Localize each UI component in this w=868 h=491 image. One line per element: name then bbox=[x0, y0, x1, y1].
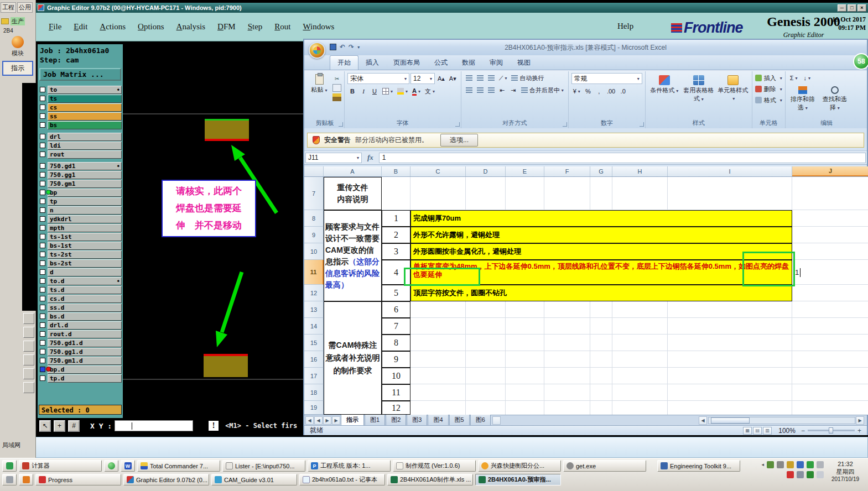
formula-input[interactable]: 1 bbox=[379, 153, 866, 163]
layer-checkbox[interactable] bbox=[40, 225, 45, 231]
menu-dfm[interactable]: DFM bbox=[211, 22, 242, 32]
underline-button[interactable]: U bbox=[370, 86, 380, 96]
layer-button-bp.d[interactable]: bp.d bbox=[48, 365, 122, 374]
layer-button-n[interactable]: n bbox=[48, 206, 122, 215]
horizontal-scrollbar[interactable]: ◀ ▶ bbox=[699, 416, 865, 425]
row-header-12[interactable]: 12 bbox=[304, 285, 324, 301]
ribbon-tab-视图[interactable]: 视图 bbox=[510, 56, 538, 70]
taskbar-button-star[interactable]: 兴森快捷衡阳分公... bbox=[478, 460, 561, 472]
layer-checkbox[interactable] bbox=[40, 172, 45, 177]
layer-button-750.gm1.d[interactable]: 750.gm1.d bbox=[48, 357, 122, 365]
redo-icon[interactable]: ↷ bbox=[349, 43, 354, 51]
layer-button-750.gg1[interactable]: 750.gg1 bbox=[48, 171, 122, 179]
taskbar-button-green-app[interactable] bbox=[2, 460, 17, 472]
dock-tab-common[interactable]: 公用 bbox=[17, 2, 33, 13]
tray-expand-icon[interactable]: ◂ bbox=[761, 461, 764, 468]
decrease-decimal-icon[interactable]: .0 bbox=[618, 86, 628, 96]
layer-button-ts.d[interactable]: ts.d bbox=[48, 286, 122, 294]
taskbar-button-progress[interactable]: Progress bbox=[35, 474, 121, 485]
ribbon-tab-页面布局[interactable]: 页面布局 bbox=[386, 56, 427, 70]
select-all-corner[interactable] bbox=[304, 166, 324, 176]
column-header-H[interactable]: H bbox=[612, 166, 668, 176]
orientation-icon[interactable]: ⟋▾ bbox=[497, 73, 509, 83]
taskbar-button-gear[interactable]: get.exe bbox=[563, 460, 646, 472]
paste-button[interactable]: 粘贴▾ bbox=[308, 73, 330, 101]
layer-button-cs.d[interactable]: cs.d bbox=[48, 295, 122, 303]
layer-checkbox[interactable] bbox=[40, 305, 45, 310]
layer-button-ydkdrl[interactable]: ydkdrl bbox=[48, 215, 122, 223]
increase-decimal-icon[interactable]: .00 bbox=[605, 86, 617, 96]
layer-button-ldi[interactable]: ldi bbox=[48, 142, 122, 150]
layer-checkbox[interactable] bbox=[40, 260, 45, 266]
next-sheet-icon[interactable]: ▶ bbox=[323, 416, 331, 425]
row-header-7[interactable]: 7 bbox=[304, 177, 324, 210]
layer-checkbox[interactable] bbox=[40, 278, 45, 284]
scroll-left-icon[interactable]: ◀ bbox=[699, 416, 707, 425]
layer-button-bs-2st[interactable]: bs-2st bbox=[48, 259, 122, 268]
taskbar-button-total-commander[interactable]: Total Commander 7... bbox=[137, 460, 220, 472]
layer-button-drl.d[interactable]: drl.d bbox=[48, 321, 122, 330]
taskbar-button-cam-guide[interactable]: CAM_Guide v3.01 bbox=[211, 474, 297, 485]
office-button[interactable] bbox=[309, 42, 325, 59]
sheet-tab-图6[interactable]: 图6 bbox=[470, 415, 491, 426]
sheet-tab-指示[interactable]: 指示 bbox=[341, 415, 364, 426]
layer-button-tp[interactable]: tp bbox=[48, 197, 122, 206]
column-header-I[interactable]: I bbox=[668, 166, 792, 176]
ge-titlebar[interactable]: Graphic Editor 9.07b2 (00@HY-HYCAM-PC171… bbox=[36, 3, 868, 13]
insert-cells-button[interactable]: 插入▾ bbox=[755, 73, 782, 83]
layer-button-ss.d[interactable]: ss.d bbox=[48, 304, 122, 312]
row-header-15[interactable]: 15 bbox=[304, 335, 324, 351]
menu-analysis[interactable]: Analysis bbox=[170, 22, 212, 32]
tray-icon[interactable] bbox=[787, 471, 794, 478]
taskbar-button-word[interactable]: W bbox=[121, 460, 135, 472]
italic-button[interactable]: I bbox=[358, 86, 368, 96]
layer-checkbox[interactable] bbox=[40, 113, 45, 119]
layer-checkbox[interactable] bbox=[40, 190, 45, 195]
sheet-tab-图2[interactable]: 图2 bbox=[386, 415, 406, 426]
minimize-button[interactable]: ─ bbox=[838, 4, 846, 12]
side-tool-button[interactable] bbox=[23, 341, 34, 352]
decrease-indent-icon[interactable]: ⇤ bbox=[497, 85, 507, 95]
side-tool-button[interactable] bbox=[23, 327, 34, 338]
align-center-icon[interactable] bbox=[475, 85, 485, 95]
layer-checkbox[interactable] bbox=[40, 349, 45, 354]
cell-row10-content[interactable]: 外形圆圈按非金属化孔，避铜处理 bbox=[410, 243, 792, 260]
layer-checkbox[interactable] bbox=[40, 375, 45, 381]
menu-file[interactable]: File bbox=[43, 22, 67, 32]
number-format-select[interactable]: 常规▾ bbox=[571, 73, 642, 84]
align-right-icon[interactable] bbox=[486, 85, 496, 95]
layer-button-to[interactable]: to◆ bbox=[48, 86, 122, 94]
layer-button-750.gd1[interactable]: 750.gd1◆ bbox=[48, 162, 122, 170]
cell-b14[interactable]: 7 bbox=[382, 318, 410, 335]
cell-b18[interactable]: 11 bbox=[382, 384, 410, 401]
dock-tab-engineering[interactable]: 工程 bbox=[1, 2, 16, 13]
layer-button-d[interactable]: d bbox=[48, 268, 122, 276]
layer-button-to.d[interactable]: to.d◆ bbox=[48, 277, 122, 285]
font-color-button[interactable]: A▾ bbox=[410, 86, 422, 96]
layer-button-750.gm1[interactable]: 750.gm1 bbox=[48, 180, 122, 188]
tray-icon[interactable] bbox=[817, 471, 824, 478]
sort-filter-button[interactable]: 排序和筛选▾ bbox=[788, 85, 817, 112]
row-header-14[interactable]: 14 bbox=[304, 318, 324, 335]
cell-a13-merged[interactable]: 需CAM特殊注意或者补充说明的制作要求 bbox=[324, 301, 382, 415]
phonetic-button[interactable]: 文▾ bbox=[423, 86, 436, 96]
module-ball-icon[interactable] bbox=[12, 36, 24, 48]
taskbar-button-excel[interactable]: 2B4HX061A0-预审指... bbox=[475, 474, 561, 485]
menu-options[interactable]: Options bbox=[132, 22, 170, 32]
row-header-16[interactable]: 16 bbox=[304, 351, 324, 368]
cell-styles-button[interactable]: 单元格样式▾ bbox=[717, 73, 749, 103]
ribbon-tab-开始[interactable]: 开始 bbox=[330, 55, 358, 70]
name-box[interactable]: J11▾ bbox=[305, 153, 362, 163]
format-painter-icon[interactable] bbox=[332, 93, 341, 101]
zoom-in-icon[interactable]: + bbox=[857, 427, 861, 435]
cell-row12-content[interactable]: 顶层字符按文件，圆圈不钻孔 bbox=[410, 285, 792, 301]
tray-icon[interactable] bbox=[777, 461, 784, 468]
column-header-C[interactable]: C bbox=[410, 166, 466, 176]
scrollbar-thumb[interactable] bbox=[711, 417, 750, 424]
row-header-19[interactable]: 19 bbox=[304, 401, 324, 415]
percent-format-icon[interactable]: % bbox=[583, 86, 593, 96]
layer-checkbox[interactable] bbox=[40, 181, 45, 186]
column-header-F[interactable]: F bbox=[544, 166, 590, 176]
undo-icon[interactable]: ↶ bbox=[340, 43, 345, 51]
ribbon-tab-公式[interactable]: 公式 bbox=[427, 56, 455, 70]
